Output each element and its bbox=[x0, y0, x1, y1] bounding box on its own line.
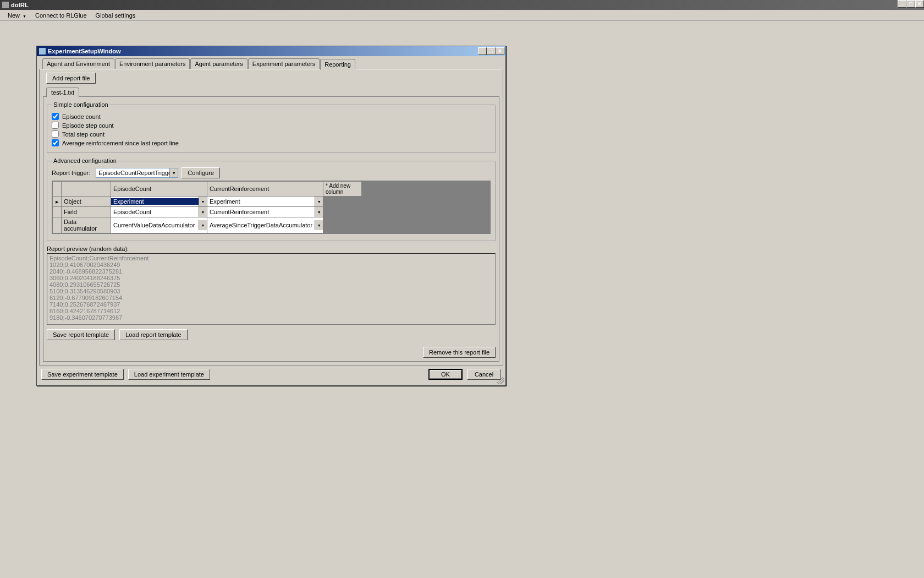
avg-reinforcement-checkbox[interactable] bbox=[52, 139, 59, 146]
avg-reinforcement-label: Average reinforcement since last report … bbox=[62, 140, 179, 146]
cell-field-col2[interactable]: CurrentReinforcement▼ bbox=[207, 207, 323, 217]
tab-reporting[interactable]: Reporting bbox=[320, 59, 355, 70]
grid-rowheader-col bbox=[62, 182, 111, 197]
grid-row-field: Field EpisodeCount▼ CurrentReinforcement… bbox=[53, 207, 490, 217]
app-title: dotRL bbox=[11, 2, 29, 8]
main-minimize-button[interactable]: _ bbox=[898, 0, 906, 8]
row-header-field: Field bbox=[62, 207, 111, 217]
chevron-down-icon: ▼ bbox=[199, 207, 207, 217]
menu-new-label: New bbox=[8, 12, 20, 19]
episode-count-checkbox[interactable] bbox=[52, 113, 59, 120]
cell-object-col2[interactable]: Experiment▼ bbox=[207, 197, 323, 207]
menu-connect-rlglue[interactable]: Connect to RLGlue bbox=[31, 11, 91, 20]
grid-empty-space bbox=[362, 182, 490, 197]
episode-step-count-label: Episode step count bbox=[62, 122, 114, 129]
episode-step-count-checkbox[interactable] bbox=[52, 122, 59, 129]
grid-add-column[interactable]: * Add new column bbox=[323, 182, 362, 197]
cell-field-col1[interactable]: EpisodeCount▼ bbox=[111, 207, 207, 217]
dialog-bottom-row: Save experiment template Load experiment… bbox=[39, 366, 503, 383]
row-header-object: Object bbox=[62, 197, 111, 207]
dialog-minimize-button[interactable]: _ bbox=[478, 47, 487, 55]
chevron-down-icon: ▼ bbox=[199, 197, 207, 206]
add-report-file-button[interactable]: Add report file bbox=[46, 73, 96, 84]
report-preview-label: Report preview (random data): bbox=[47, 246, 496, 252]
grid-col-episodecount[interactable]: EpisodeCount bbox=[111, 182, 207, 197]
experiment-setup-dialog: ExperimentSetupWindow _ □ ✕ Agent and En… bbox=[36, 46, 506, 386]
cell-accumulator-col1[interactable]: CurrentValueDataAccumulator▼ bbox=[111, 217, 207, 233]
advanced-configuration-legend: Advanced configuration bbox=[52, 157, 118, 164]
load-experiment-template-button[interactable]: Load experiment template bbox=[128, 369, 210, 380]
report-file-panel: Simple configuration Episode count Episo… bbox=[43, 96, 499, 362]
ok-button[interactable]: OK bbox=[428, 369, 463, 380]
episode-count-label: Episode count bbox=[62, 113, 101, 120]
chevron-down-icon: ▼ bbox=[315, 207, 323, 217]
report-trigger-value: EpisodeCountReportTrigger bbox=[96, 170, 169, 176]
dropdown-arrow-icon: ▼ bbox=[23, 14, 26, 18]
resize-grip-icon[interactable] bbox=[497, 377, 504, 384]
simple-configuration-group: Simple configuration Episode count Episo… bbox=[47, 101, 496, 153]
configure-button[interactable]: Configure bbox=[182, 167, 220, 178]
dialog-close-button[interactable]: ✕ bbox=[496, 47, 504, 55]
load-report-template-button[interactable]: Load report template bbox=[119, 329, 188, 340]
total-step-count-label: Total step count bbox=[62, 131, 105, 138]
cell-empty bbox=[323, 197, 362, 207]
chevron-down-icon: ▼ bbox=[199, 220, 207, 230]
grid-corner bbox=[53, 182, 62, 197]
main-menubar: New ▼ Connect to RLGlue Global settings bbox=[0, 10, 924, 21]
tab-environment-parameters[interactable]: Environment parameters bbox=[115, 58, 190, 69]
row-indicator-icon: ▸ bbox=[53, 197, 62, 207]
menu-new[interactable]: New ▼ bbox=[3, 11, 31, 20]
main-maximize-button[interactable]: □ bbox=[906, 0, 915, 8]
columns-grid[interactable]: EpisodeCount CurrentReinforcement * Add … bbox=[52, 181, 491, 234]
tab-agent-environment[interactable]: Agent and Environment bbox=[42, 58, 114, 69]
report-trigger-combo[interactable]: EpisodeCountReportTrigger ▼ bbox=[96, 168, 178, 178]
tab-agent-parameters[interactable]: Agent parameters bbox=[190, 58, 247, 69]
report-preview-box[interactable]: EpisodeCount;CurrentReinforcement 1020;0… bbox=[47, 253, 496, 325]
advanced-configuration-group: Advanced configuration Report trigger: E… bbox=[47, 157, 496, 241]
report-trigger-label: Report trigger: bbox=[52, 170, 90, 176]
row-header-accumulator: Data accumulator bbox=[62, 217, 111, 233]
grid-row-data-accumulator: Data accumulator CurrentValueDataAccumul… bbox=[53, 217, 490, 233]
grid-row-object: ▸ Object Experiment▼ Experiment▼ bbox=[53, 197, 490, 207]
report-file-tab[interactable]: test-1.txt bbox=[46, 88, 79, 97]
dialog-icon bbox=[39, 48, 46, 54]
chevron-down-icon: ▼ bbox=[315, 197, 323, 206]
chevron-down-icon: ▼ bbox=[169, 168, 178, 177]
cell-accumulator-col2[interactable]: AverageSinceTriggerDataAccumulator▼ bbox=[207, 217, 323, 233]
remove-report-file-button[interactable]: Remove this report file bbox=[423, 347, 496, 358]
app-icon bbox=[2, 2, 9, 8]
main-close-button[interactable]: ✕ bbox=[915, 0, 924, 8]
grid-header-row: EpisodeCount CurrentReinforcement * Add … bbox=[53, 182, 490, 197]
desktop-area: ExperimentSetupWindow _ □ ✕ Agent and En… bbox=[0, 21, 924, 578]
dialog-maximize-button[interactable]: □ bbox=[487, 47, 496, 55]
save-experiment-template-button[interactable]: Save experiment template bbox=[41, 369, 124, 380]
save-report-template-button[interactable]: Save report template bbox=[47, 329, 115, 340]
dialog-titlebar[interactable]: ExperimentSetupWindow _ □ ✕ bbox=[37, 46, 505, 56]
main-titlebar: dotRL _ □ ✕ bbox=[0, 0, 924, 10]
report-file-tabstrip: test-1.txt bbox=[46, 87, 499, 97]
total-step-count-checkbox[interactable] bbox=[52, 130, 59, 138]
cancel-button[interactable]: Cancel bbox=[467, 369, 501, 380]
reporting-panel: Add report file test-1.txt Simple config… bbox=[39, 69, 503, 366]
cell-object-col1[interactable]: Experiment▼ bbox=[111, 197, 207, 207]
main-tabstrip: Agent and Environment Environment parame… bbox=[42, 58, 503, 69]
grid-col-currentreinforcement[interactable]: CurrentReinforcement bbox=[207, 182, 323, 197]
chevron-down-icon: ▼ bbox=[315, 220, 323, 230]
dialog-title: ExperimentSetupWindow bbox=[48, 48, 121, 54]
tab-experiment-parameters[interactable]: Experiment parameters bbox=[248, 58, 320, 69]
dialog-body: Agent and Environment Environment parame… bbox=[37, 56, 505, 385]
menu-global-settings[interactable]: Global settings bbox=[91, 11, 140, 20]
simple-configuration-legend: Simple configuration bbox=[52, 101, 110, 108]
